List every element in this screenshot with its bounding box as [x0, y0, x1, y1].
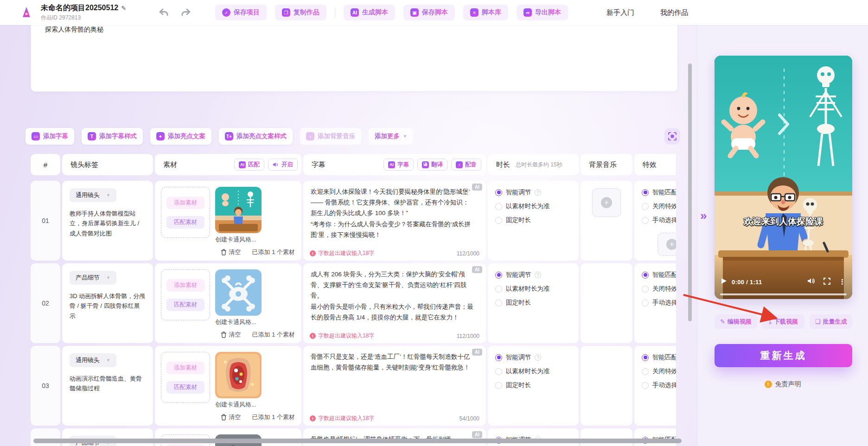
- radio-option[interactable]: 手动选择: [642, 299, 676, 307]
- match-material-button[interactable]: 匹配素材: [166, 216, 204, 229]
- add-more-button[interactable]: 添加更多 ▼: [369, 128, 413, 145]
- edit-title-icon[interactable]: ✎: [121, 5, 126, 12]
- table-horizontal-scrollbar[interactable]: [33, 439, 682, 443]
- radio-option[interactable]: 智能调节 ?: [495, 271, 571, 279]
- redo-icon[interactable]: [181, 8, 191, 17]
- generate-script-button[interactable]: AI 生成脚本: [344, 5, 395, 20]
- app-logo-icon[interactable]: [19, 5, 34, 20]
- radio-selected-icon[interactable]: [495, 189, 502, 196]
- collapse-panel-icon[interactable]: »: [700, 209, 707, 223]
- edit-video-button[interactable]: ✎ 编辑视频: [715, 314, 757, 329]
- radio-option[interactable]: 以素材时长为准: [495, 285, 571, 293]
- undo-icon[interactable]: [159, 8, 169, 17]
- material-thumbnail[interactable]: [215, 187, 262, 233]
- add-effect-box[interactable]: +: [657, 233, 676, 256]
- play-icon[interactable]: [721, 278, 727, 286]
- radio-unselected-icon[interactable]: [642, 382, 649, 389]
- disclaimer-row[interactable]: ! 免责声明: [697, 380, 868, 389]
- add-subtitle-button[interactable]: ▭ 添加字幕: [26, 128, 74, 145]
- radio-unselected-icon[interactable]: [495, 382, 502, 389]
- radio-option[interactable]: 智能调节 ?: [495, 188, 571, 197]
- clear-material-button[interactable]: 清空: [221, 248, 241, 256]
- subtitle-text[interactable]: 成人有 206 块骨头，分为三大类：保护大脑的‘安全帽’颅骨、支撑躯干的‘生命支…: [311, 269, 474, 323]
- download-video-button[interactable]: ⤓ 下载视频: [762, 314, 805, 329]
- radio-option[interactable]: 关闭特效: [642, 202, 676, 210]
- radio-option[interactable]: 手动选择: [642, 381, 676, 389]
- help-icon[interactable]: ?: [535, 354, 541, 361]
- shot-description[interactable]: 教师手持人体骨骼模型站立，身后屏幕切换新生儿 / 成人骨骼对比图: [70, 209, 146, 238]
- radio-selected-icon[interactable]: [642, 189, 649, 196]
- radio-unselected-icon[interactable]: [642, 217, 649, 224]
- video-player[interactable]: 欢迎来到人体探险课 0:00 / 1:11 ⋮: [715, 56, 852, 299]
- kebab-menu-icon[interactable]: ⋮: [839, 278, 846, 286]
- progress-bar[interactable]: [720, 293, 847, 295]
- radio-option[interactable]: 智能匹配: [642, 271, 676, 279]
- material-thumbnail[interactable]: [215, 269, 262, 316]
- fullscreen-icon[interactable]: [823, 278, 830, 287]
- radio-unselected-icon[interactable]: [642, 286, 649, 293]
- radio-unselected-icon[interactable]: [495, 286, 502, 293]
- match-material-button[interactable]: 匹配素材: [166, 299, 204, 311]
- add-bgm-box[interactable]: +: [592, 188, 621, 217]
- shot-description[interactable]: 3D 动画拆解人体骨骼，分颅骨 / 躯干骨 / 四肢骨标红展示: [70, 291, 146, 321]
- material-thumbnail[interactable]: [215, 352, 262, 398]
- radio-unselected-icon[interactable]: [495, 217, 502, 224]
- subtitle-text[interactable]: 骨骼不只是支架，还是‘造血工厂’！红骨髓每天制造数十亿血细胞，黄骨髓储存能量，关…: [311, 351, 474, 373]
- export-script-button[interactable]: ➦ 导出脚本: [517, 5, 568, 20]
- radio-option[interactable]: 智能匹配: [642, 188, 676, 197]
- add-material-button[interactable]: 添加素材: [166, 444, 204, 446]
- shot-tag-dropdown[interactable]: 通用镜头▼: [70, 353, 116, 367]
- script-text[interactable]: 探索人体骨骼的奥秘: [45, 25, 103, 34]
- match-material-button[interactable]: 匹配素材: [166, 381, 204, 394]
- shot-tag-dropdown[interactable]: 通用镜头▼: [70, 188, 116, 202]
- fullscreen-table-button[interactable]: [664, 128, 680, 144]
- radio-selected-icon[interactable]: [642, 354, 649, 361]
- add-subtitle-style-button[interactable]: T 添加字幕样式: [82, 128, 143, 145]
- add-material-button[interactable]: 添加素材: [166, 197, 204, 209]
- radio-selected-icon[interactable]: [642, 272, 649, 279]
- radio-unselected-icon[interactable]: [642, 203, 649, 210]
- add-material-button[interactable]: 添加素材: [166, 279, 204, 292]
- radio-option[interactable]: 关闭特效: [642, 285, 676, 293]
- help-icon[interactable]: ?: [535, 272, 541, 278]
- help-icon[interactable]: ?: [535, 189, 541, 196]
- add-highlight-style-button[interactable]: T+ 添加亮点文案样式: [219, 128, 293, 145]
- shot-description[interactable]: 动画演示红骨髓造血、黄骨髓储脂过程: [70, 374, 146, 394]
- radio-unselected-icon[interactable]: [495, 203, 502, 210]
- beginner-guide-link[interactable]: 新手入门: [606, 8, 634, 17]
- radio-option[interactable]: 固定时长: [495, 299, 571, 307]
- add-highlight-button[interactable]: ✦ 添加亮点文案: [150, 128, 211, 145]
- my-works-link[interactable]: 我的作品: [660, 8, 688, 17]
- radio-unselected-icon[interactable]: [642, 299, 649, 306]
- subtitle-text[interactable]: 欢迎来到人体探险课！今天我们要揭秘身体里的‘隐形城堡’ —— 骨骼系统！它支撑身…: [311, 186, 474, 240]
- radio-selected-icon[interactable]: [495, 272, 502, 279]
- dubbing-button[interactable]: ♪配音: [451, 159, 481, 171]
- radio-option[interactable]: 智能匹配: [642, 353, 676, 362]
- radio-option[interactable]: 手动选择: [642, 216, 676, 224]
- shot-tag-dropdown[interactable]: 产品细节▼: [70, 271, 116, 285]
- radio-unselected-icon[interactable]: [495, 368, 502, 375]
- save-script-button[interactable]: ▣ 保存脚本: [403, 5, 455, 20]
- table-vertical-scrollbar[interactable]: [688, 64, 692, 321]
- radio-option[interactable]: 关闭特效: [642, 367, 676, 376]
- ai-match-button[interactable]: AI匹配: [234, 159, 264, 171]
- copy-work-button[interactable]: ❐ 复制作品: [275, 5, 326, 20]
- add-bgm-button[interactable]: ♪ 添加背景音乐: [300, 128, 361, 145]
- ai-subtitle-button[interactable]: AI字幕: [383, 159, 414, 171]
- batch-generate-button[interactable]: ❏ 批量生成: [810, 314, 852, 329]
- save-project-button[interactable]: ✓ 保存项目: [215, 5, 267, 20]
- radio-option[interactable]: 以素材时长为准: [495, 367, 571, 376]
- volume-icon[interactable]: [807, 278, 815, 286]
- radio-selected-icon[interactable]: [495, 354, 502, 361]
- radio-option[interactable]: 固定时长: [495, 381, 571, 389]
- radio-unselected-icon[interactable]: [495, 299, 502, 306]
- clear-material-button[interactable]: 清空: [221, 331, 241, 339]
- regenerate-button[interactable]: 重新生成: [715, 344, 852, 367]
- radio-option[interactable]: 固定时长: [495, 216, 571, 224]
- translate-button[interactable]: 译翻译: [417, 159, 447, 171]
- script-library-button[interactable]: ≡ 脚本库: [463, 5, 508, 20]
- clear-material-button[interactable]: 清空: [221, 413, 241, 421]
- add-material-button[interactable]: 添加素材: [166, 362, 204, 374]
- radio-option[interactable]: 智能调节 ?: [495, 353, 571, 362]
- radio-unselected-icon[interactable]: [642, 368, 649, 375]
